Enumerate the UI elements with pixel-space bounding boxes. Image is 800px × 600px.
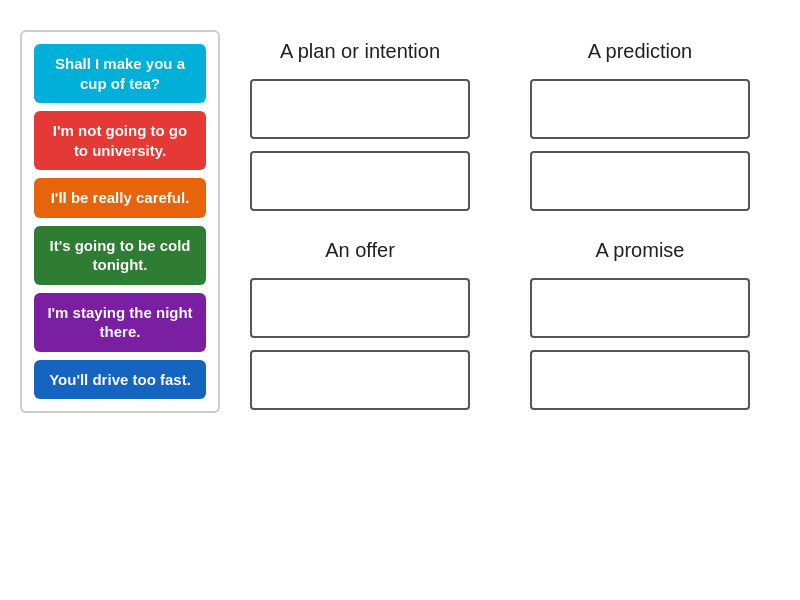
label-promise: A promise bbox=[530, 223, 750, 266]
drop-promise-1[interactable] bbox=[530, 278, 750, 338]
drop-plan-intention-1[interactable] bbox=[250, 79, 470, 139]
card-2[interactable]: I'm not going to go to university. bbox=[34, 111, 206, 170]
drop-offer-2[interactable] bbox=[250, 350, 470, 410]
card-5[interactable]: I'm staying the night there. bbox=[34, 293, 206, 352]
drop-offer-1[interactable] bbox=[250, 278, 470, 338]
card-4[interactable]: It's going to be cold tonight. bbox=[34, 226, 206, 285]
categories-panel: A plan or intention A prediction An offe… bbox=[220, 20, 780, 430]
drop-promise-2[interactable] bbox=[530, 350, 750, 410]
label-offer: An offer bbox=[250, 223, 470, 266]
cards-panel: Shall I make you a cup of tea? I'm not g… bbox=[20, 30, 220, 413]
card-6[interactable]: You'll drive too fast. bbox=[34, 360, 206, 400]
label-plan-intention: A plan or intention bbox=[250, 40, 470, 67]
card-3[interactable]: I'll be really careful. bbox=[34, 178, 206, 218]
card-1[interactable]: Shall I make you a cup of tea? bbox=[34, 44, 206, 103]
drop-prediction-1[interactable] bbox=[530, 79, 750, 139]
drop-plan-intention-2[interactable] bbox=[250, 151, 470, 211]
drop-prediction-2[interactable] bbox=[530, 151, 750, 211]
label-prediction: A prediction bbox=[530, 40, 750, 67]
